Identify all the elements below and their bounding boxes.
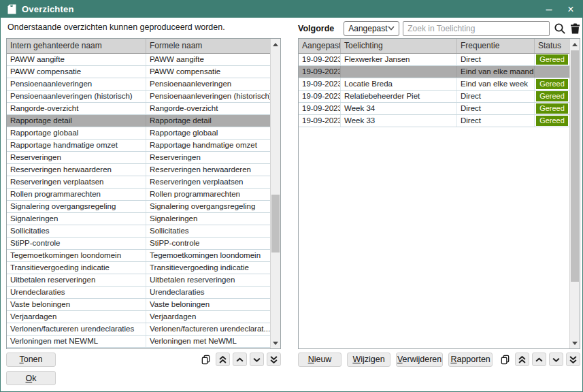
table-row[interactable]: Rapportage detail Rapportage detail <box>7 115 270 127</box>
cell-intern-naam: Rangorde-overzicht <box>7 103 146 114</box>
table-row[interactable]: Tegemoetkomingen loondomein Tegemoetkomi… <box>7 250 270 262</box>
table-row[interactable]: Rangorde-overzicht Rangorde-overzicht <box>7 103 270 115</box>
cell-intern-naam: Transitievergoeding indicatie <box>7 262 146 274</box>
chevron-down-icon[interactable] <box>549 353 563 366</box>
cell-formele-naam: Vaste beloningen <box>146 299 270 310</box>
table-row[interactable]: Pensioenaanleveringen (historisch) Pensi… <box>7 91 270 103</box>
chevron-down-icon <box>388 26 395 31</box>
double-chevron-down-icon[interactable] <box>267 353 281 366</box>
scroll-up-icon[interactable] <box>271 39 280 50</box>
wijzigen-button[interactable]: Wijzigen <box>347 353 390 367</box>
table-row[interactable]: Rapportage handmatige omzet Rapportage h… <box>7 140 270 152</box>
table-row[interactable]: Pensioenaanleveringen Pensioenaanleverin… <box>7 78 270 91</box>
table-row[interactable]: Reserveringen Reserveringen <box>7 152 270 164</box>
cell-intern-naam: Urendeclaraties <box>7 287 146 298</box>
chevron-down-icon[interactable] <box>250 353 264 366</box>
cell-intern-naam: Signaleringen <box>7 213 146 225</box>
rapporten-button[interactable]: Rapporten <box>448 353 493 367</box>
table-row[interactable]: Signaleringen Signaleringen <box>7 213 270 225</box>
column-header-toelichting[interactable]: Toelichting <box>341 39 457 53</box>
table-row[interactable]: Reserveringen verplaatsen Reserveringen … <box>7 176 270 189</box>
cell-formele-naam: StiPP-controle <box>146 238 270 249</box>
table-row[interactable]: Signalering overgangsregeling Signalerin… <box>7 201 270 213</box>
column-header-frequentie[interactable]: Frequentie <box>457 39 535 53</box>
table-row[interactable]: 19-09-2023 Eind van elke maand <box>299 66 569 78</box>
cell-formele-naam: PAWW compensatie <box>146 66 270 78</box>
column-header-intern[interactable]: Intern gehanteerde naam <box>7 39 146 53</box>
table-row[interactable]: Reserveringen herwaarderen Reserveringen… <box>7 164 270 176</box>
cell-status: Gereed <box>535 103 569 114</box>
table-row[interactable]: Verloningen met NEWML Verloningen met Ne… <box>7 336 270 348</box>
overzichten-table: Intern gehanteerde naam Formele naam PAW… <box>6 38 281 349</box>
copy-icon[interactable] <box>199 353 213 366</box>
column-header-aangepast[interactable]: Aangepast <box>299 39 341 53</box>
cell-intern-naam: Rollen programmarechten <box>7 189 146 200</box>
cell-toelichting: Week 33 <box>341 115 457 127</box>
cell-formele-naam: Verlonen/factureren urendeclarat... <box>146 323 270 335</box>
scroll-down-icon[interactable] <box>570 338 580 348</box>
column-header-status[interactable]: Status <box>535 39 569 53</box>
volgorde-select[interactable]: Aangepast <box>344 21 399 36</box>
table-row[interactable]: Vaste beloningen Vaste beloningen <box>7 299 270 311</box>
tonen-button[interactable]: Tonen <box>6 353 56 367</box>
cell-status <box>535 66 569 78</box>
table-row[interactable]: Verlonen/factureren urendeclaraties Verl… <box>7 323 270 336</box>
cell-status: Gereed <box>535 54 569 65</box>
table-row[interactable]: Sollicitaties Sollicitaties <box>7 225 270 238</box>
left-scrollbar-thumb[interactable] <box>271 195 280 252</box>
cell-formele-naam: Pensioenaanleveringen <box>146 78 270 90</box>
right-scrollbar-thumb[interactable] <box>571 50 579 282</box>
scroll-up-icon[interactable] <box>570 39 580 50</box>
cell-toelichting: Locatie Breda <box>341 78 457 90</box>
double-chevron-down-icon[interactable] <box>566 353 580 366</box>
cell-frequentie: Direct <box>457 103 535 114</box>
copy-icon[interactable] <box>498 353 512 366</box>
cell-intern-naam: Sollicitaties <box>7 225 146 237</box>
cell-formele-naam: Reserveringen herwaarderen <box>146 164 270 176</box>
trash-icon[interactable] <box>570 23 580 34</box>
table-row[interactable]: Urendeclaraties Urendeclaraties <box>7 287 270 299</box>
table-row[interactable]: PAWW aangifte PAWW aangifte <box>7 54 270 66</box>
double-chevron-up-icon[interactable] <box>216 353 230 366</box>
window-title: Overzichten <box>22 4 74 14</box>
table-row[interactable]: 19-09-2023 Relatiebeheerder Piet Direct … <box>299 91 569 103</box>
table-row[interactable]: Uitbetalen reserveringen Uitbetalen rese… <box>7 274 270 287</box>
cell-intern-naam: Verlonen/factureren urendeclaraties <box>7 323 146 335</box>
ok-button[interactable]: Ok <box>6 371 56 385</box>
chevron-up-icon[interactable] <box>233 353 247 366</box>
table-row[interactable]: Rapportage globaal Rapportage globaal <box>7 127 270 140</box>
chevron-up-icon[interactable] <box>532 353 546 366</box>
cell-formele-naam: Signalering overgangsregeling <box>146 201 270 212</box>
double-chevron-up-icon[interactable] <box>515 353 529 366</box>
status-badge: Gereed <box>536 116 568 126</box>
nieuw-button[interactable]: Nieuw <box>298 353 342 367</box>
minimize-button[interactable]: – <box>544 4 554 15</box>
table-row[interactable]: Rollen programmarechten Rollen programma… <box>7 189 270 201</box>
search-input[interactable] <box>403 21 550 36</box>
cell-formele-naam: Rapportage handmatige omzet <box>146 140 270 151</box>
left-button-row: Tonen <box>6 352 281 367</box>
scroll-down-icon[interactable] <box>271 338 280 348</box>
geproduceerde-overzichten-table: Aangepast Toelichting Frequentie Status … <box>298 38 580 349</box>
column-header-formeel[interactable]: Formele naam <box>146 39 270 53</box>
close-button[interactable]: × <box>566 4 576 15</box>
cell-status: Gereed <box>535 78 569 90</box>
cell-formele-naam: Verjaardagen <box>146 311 270 323</box>
table-row[interactable]: 19-09-2023 Week 34 Direct Gereed <box>299 103 569 115</box>
search-icon[interactable] <box>554 22 566 35</box>
cell-frequentie: Direct <box>457 91 535 102</box>
table-row[interactable]: PAWW compensatie PAWW compensatie <box>7 66 270 78</box>
verwijderen-button[interactable]: Verwijderen <box>396 353 443 367</box>
left-table-scrollbar[interactable] <box>270 39 280 348</box>
cell-intern-naam: Verloningen met NEWML <box>7 336 146 347</box>
cell-intern-naam: Pensioenaanleveringen <box>7 78 146 90</box>
table-row[interactable]: 19-09-2023 Week 33 Direct Gereed <box>299 115 569 127</box>
table-row[interactable]: StiPP-controle StiPP-controle <box>7 238 270 250</box>
table-row[interactable]: 19-09-2023 Locatie Breda Eind van elke w… <box>299 78 569 91</box>
table-row[interactable]: Verjaardagen Verjaardagen <box>7 311 270 323</box>
right-table-scrollbar[interactable] <box>569 39 580 348</box>
right-table-header: Aangepast Toelichting Frequentie Status <box>299 39 569 54</box>
status-badge: Gereed <box>536 91 568 101</box>
table-row[interactable]: 19-09-2023 Flexwerker Jansen Direct Gere… <box>299 54 569 66</box>
table-row[interactable]: Transitievergoeding indicatie Transitiev… <box>7 262 270 274</box>
